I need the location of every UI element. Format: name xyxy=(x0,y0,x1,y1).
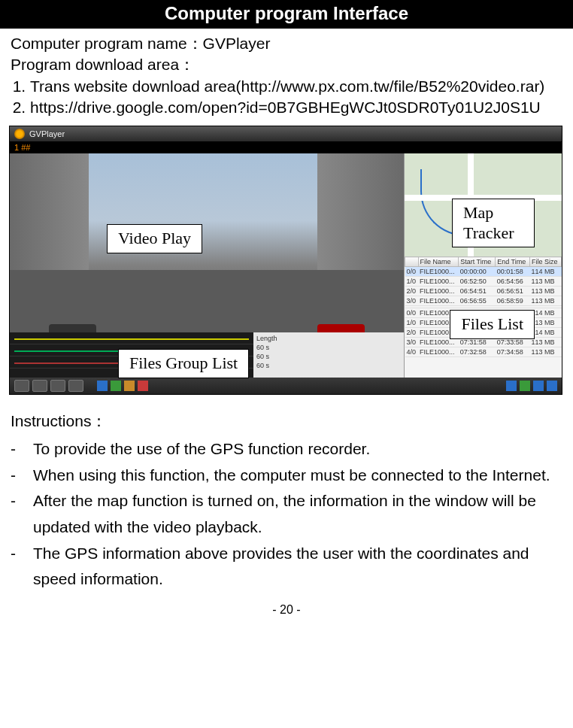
instructions-block: Instructions： -To provide the use of the… xyxy=(0,401,573,592)
table-cell: 113 MB xyxy=(529,287,561,296)
table-cell: 07:32:58 xyxy=(459,347,496,357)
counter-value: 1 ## xyxy=(14,143,30,152)
table-row[interactable]: 2/0FILE1000...06:54:5106:56:51113 MB xyxy=(405,287,562,296)
app-screenshot: GVPlayer 1 ## xyxy=(9,126,562,395)
download-list: Trans website download area(http://www.p… xyxy=(11,76,564,119)
table-cell: 113 MB xyxy=(529,338,561,347)
table-cell: 06:54:56 xyxy=(496,277,530,287)
table-cell: FILE1000... xyxy=(418,287,459,296)
length-row: 60 s xyxy=(256,352,269,361)
table-cell: 1/0 xyxy=(405,277,419,287)
tool-button[interactable] xyxy=(520,381,530,391)
instructions-heading: Instructions： xyxy=(11,408,562,435)
stop-button[interactable] xyxy=(50,380,65,392)
player-bottom-bar xyxy=(10,378,562,394)
table-cell: 00:01:58 xyxy=(496,267,530,277)
files-col-start[interactable]: Start Time xyxy=(459,257,496,267)
app-window-title: GVPlayer xyxy=(29,129,65,138)
page-number: - 20 - xyxy=(0,593,573,624)
tool-button[interactable] xyxy=(97,381,108,391)
app-body: Length 60 s 60 s 60 s File Name xyxy=(10,153,562,378)
app-icon xyxy=(14,129,25,139)
table-cell: 07:33:58 xyxy=(496,338,530,347)
prev-button[interactable] xyxy=(14,380,29,392)
table-row[interactable]: 4/0FILE1000...07:32:5807:34:58113 MB xyxy=(405,347,562,357)
table-cell: 06:58:59 xyxy=(496,296,530,306)
scene-building-right xyxy=(317,153,404,277)
table-cell: 4/0 xyxy=(405,347,419,357)
files-col-blank xyxy=(405,257,419,267)
table-row[interactable]: 3/0FILE1000...07:31:5807:33:58113 MB xyxy=(405,338,562,347)
table-row[interactable]: 1/0FILE1000...06:52:5006:54:56113 MB xyxy=(405,277,562,287)
length-row: 60 s xyxy=(256,343,269,352)
download-item-2: https://drive.google.com/open?id=0B7GBHE… xyxy=(30,97,564,118)
table-cell: 113 MB xyxy=(529,347,561,357)
table-cell: FILE1000... xyxy=(418,347,459,357)
table-cell: 2/0 xyxy=(405,287,419,296)
instruction-item: -When using this function, the computer … xyxy=(11,463,562,489)
length-label: Length xyxy=(256,334,277,343)
table-cell: 3/0 xyxy=(405,296,419,306)
tool-button[interactable] xyxy=(111,381,121,391)
table-cell: 113 MB xyxy=(529,296,561,306)
download-area-label: Program download area： xyxy=(11,54,564,75)
next-button[interactable] xyxy=(68,380,83,392)
instruction-item: -To provide the use of the GPS function … xyxy=(11,436,562,463)
side-pane: File Name Start Time End Time File Size … xyxy=(404,153,562,378)
length-row: 60 s xyxy=(256,361,269,370)
tool-button[interactable] xyxy=(506,381,517,391)
files-col-name[interactable]: File Name xyxy=(418,257,459,267)
callout-map-tracker: Map Tracker xyxy=(452,199,535,247)
table-cell: FILE1000... xyxy=(418,296,459,306)
table-cell: 113 MB xyxy=(529,277,561,287)
right-controls xyxy=(506,381,557,391)
table-cell: 07:31:58 xyxy=(459,338,496,347)
instruction-item: -The GPS information above provides the … xyxy=(11,541,562,593)
page-title: Computer program Interface xyxy=(0,0,573,29)
table-cell: 1/0 xyxy=(405,318,419,328)
playback-controls xyxy=(14,380,148,392)
length-panel: Length 60 s 60 s 60 s xyxy=(253,332,404,378)
table-cell: 0/0 xyxy=(405,267,419,277)
tool-button[interactable] xyxy=(533,381,544,391)
callout-video-play: Video Play xyxy=(107,224,202,253)
app-window-titlebar: GVPlayer xyxy=(10,126,562,141)
instruction-item: -After the map function is turned on, th… xyxy=(11,488,562,540)
waveform-row xyxy=(10,332,253,344)
table-row[interactable]: 3/0FILE1000...06:56:5506:58:59113 MB xyxy=(405,296,562,306)
tool-button[interactable] xyxy=(138,381,148,391)
tool-button[interactable] xyxy=(547,381,557,391)
instructions-list: -To provide the use of the GPS function … xyxy=(11,436,562,593)
table-cell: FILE1000... xyxy=(418,267,459,277)
table-row[interactable]: 0/0FILE1000...00:00:0000:01:58114 MB xyxy=(405,267,562,277)
files-table: File Name Start Time End Time File Size … xyxy=(405,256,562,357)
table-cell: 0/0 xyxy=(405,308,419,318)
table-cell: 06:56:55 xyxy=(459,296,496,306)
table-cell: 07:34:58 xyxy=(496,347,530,357)
scene-building-left xyxy=(10,153,89,277)
files-col-end[interactable]: End Time xyxy=(496,257,530,267)
table-cell: 00:00:00 xyxy=(459,267,496,277)
program-name-line: Computer program name：GVPlayer xyxy=(11,33,564,54)
download-item-1: Trans website download area(http://www.p… xyxy=(30,76,564,97)
callout-files-group-list: Files Group List xyxy=(118,349,249,378)
table-cell: 06:56:51 xyxy=(496,287,530,296)
files-col-size[interactable]: File Size xyxy=(529,257,561,267)
table-cell: 3/0 xyxy=(405,338,419,347)
table-cell: 06:54:51 xyxy=(459,287,496,296)
video-pane[interactable]: Length 60 s 60 s 60 s xyxy=(10,153,404,378)
table-cell: 06:52:50 xyxy=(459,277,496,287)
table-cell: FILE1000... xyxy=(418,277,459,287)
play-button[interactable] xyxy=(32,380,47,392)
intro-block: Computer program name：GVPlayer Program d… xyxy=(0,29,573,121)
table-cell: 114 MB xyxy=(529,267,561,277)
counter-strip: 1 ## xyxy=(10,141,562,153)
table-cell: 2/0 xyxy=(405,328,419,338)
table-cell: FILE1000... xyxy=(418,338,459,347)
tool-button[interactable] xyxy=(124,381,135,391)
callout-files-list: Files List xyxy=(450,310,535,338)
